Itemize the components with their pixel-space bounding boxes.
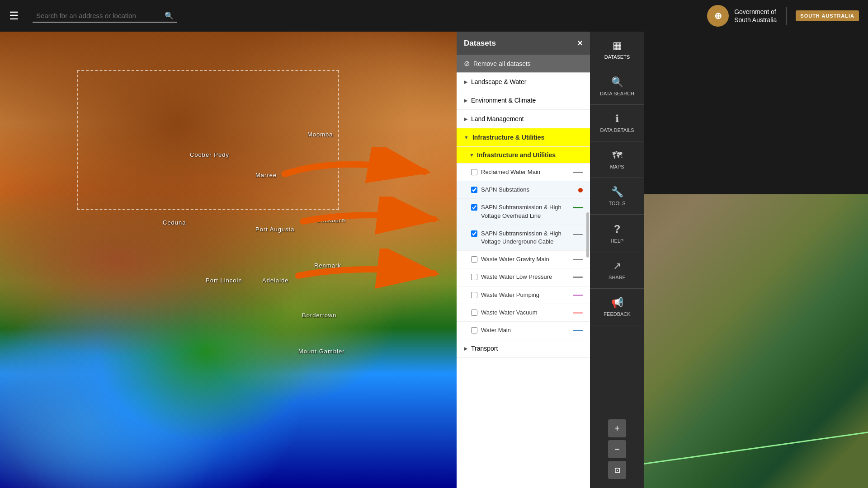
datasets-icon: ▦ (613, 40, 622, 52)
datasets-title: Datasets (464, 39, 496, 48)
dataset-line-indicator (573, 330, 583, 331)
chevron-right-icon: ▶ (464, 79, 467, 85)
remove-all-icon: ⊘ (464, 59, 470, 68)
waste-water-gravity-checkbox[interactable] (471, 256, 477, 263)
datasets-close-button[interactable]: × (577, 38, 583, 48)
dataset-line-indicator (573, 172, 583, 173)
dataset-line-indicator (573, 259, 583, 260)
city-label-port-augusta: Port Augusta (255, 226, 294, 233)
sidebar-item-label: TOOLS (609, 201, 625, 206)
city-label-ceduna: Ceduna (163, 219, 186, 226)
share-icon: ↗ (613, 260, 621, 272)
dataset-item-label: SAPN Subtransmission & High Voltage Unde… (481, 230, 569, 246)
search-input[interactable] (36, 12, 165, 19)
search-icon: 🔍 (165, 11, 174, 20)
dataset-line-indicator (573, 312, 583, 314)
dataset-item-sapn-underground[interactable]: SAPN Subtransmission & High Voltage Unde… (457, 225, 590, 251)
chevron-down-icon: ▼ (469, 152, 474, 158)
datasets-panel: Datasets × ⊘ Remove all datasets ▶ Lands… (457, 32, 590, 488)
dataset-item-waste-water-vacuum[interactable]: Waste Water Vacuum (457, 304, 590, 322)
dataset-item-sapn-overhead[interactable]: SAPN Subtransmission & High Voltage Over… (457, 199, 590, 225)
category-label: Landscape & Water (471, 78, 526, 85)
city-label-mount-gambier: Mount Gambier (298, 348, 345, 355)
reclaimed-water-main-checkbox[interactable] (471, 169, 477, 175)
city-label-coober-pedy: Coober Pedy (190, 151, 229, 158)
help-icon: ? (614, 223, 621, 235)
info-icon: ℹ (615, 113, 619, 125)
dataset-line-indicator (573, 234, 583, 235)
category-label: Transport (471, 345, 498, 352)
sidebar-item-label: MAPS (610, 164, 624, 169)
sidebar-item-label: HELP (611, 238, 624, 244)
zoom-controls: + − ⊡ (590, 410, 644, 488)
waste-water-low-pressure-checkbox[interactable] (471, 274, 477, 280)
gov-logo-container: ⊕ Government of South Australia SOUTH AU… (707, 5, 859, 27)
dataset-item-label: SAPN Substations (481, 186, 575, 194)
sidebar-item-label: DATASETS (604, 54, 630, 60)
category-transport[interactable]: ▶ Transport (457, 339, 590, 358)
water-main-checkbox[interactable] (471, 327, 477, 333)
dataset-item-sapn-substations[interactable]: SAPN Substations (457, 181, 590, 199)
sapn-underground-checkbox[interactable] (471, 230, 477, 237)
waste-water-vacuum-checkbox[interactable] (471, 310, 477, 316)
sidebar-item-label: DATA SEARCH (600, 91, 634, 96)
dataset-item-waste-water-pumping[interactable]: Waste Water Pumping (457, 286, 590, 304)
south-aus-logo: SOUTH AUSTRALIA (796, 10, 859, 21)
subcategory-infrastructure-utilities[interactable]: ▼ Infrastructure and Utilities (457, 147, 590, 164)
gov-emblem: ⊕ (707, 5, 729, 27)
dataset-item-label: Waste Water Low Pressure (481, 273, 569, 281)
category-land-management[interactable]: ▶ Land Management (457, 110, 590, 128)
sidebar-item-data-details[interactable]: ℹ DATA DETAILS (590, 105, 644, 141)
chevron-right-icon: ▶ (464, 98, 467, 103)
chevron-right-icon: ▶ (464, 116, 467, 122)
datasets-header: Datasets × (457, 32, 590, 55)
menu-icon[interactable]: ☰ (9, 9, 19, 22)
datasets-list: ▶ Landscape & Water ▶ Environment & Clim… (457, 73, 590, 488)
waste-water-pumping-checkbox[interactable] (471, 292, 477, 298)
category-infrastructure-utilities[interactable]: ▼ Infrastructure & Utilities (457, 128, 590, 147)
sidebar-item-tools[interactable]: 🔧 TOOLS (590, 178, 644, 215)
chevron-down-icon: ▼ (464, 135, 469, 140)
dataset-line-indicator (573, 277, 583, 278)
dataset-item-reclaimed-water-main[interactable]: Reclaimed Water Main (457, 164, 590, 181)
dataset-item-label: SAPN Subtransmission & High Voltage Over… (481, 203, 569, 220)
category-landscape-water[interactable]: ▶ Landscape & Water (457, 73, 590, 91)
city-label-bordertown: Bordertown (302, 312, 336, 319)
sidebar-item-label: FEEDBACK (604, 311, 630, 317)
scrollbar-thumb[interactable] (586, 212, 589, 258)
sidebar-item-label: SHARE (609, 275, 626, 280)
feedback-icon: 📢 (611, 297, 623, 309)
dataset-dot-indicator (578, 188, 583, 192)
dataset-item-waste-water-low-pressure[interactable]: Waste Water Low Pressure (457, 268, 590, 286)
remove-all-button[interactable]: ⊘ Remove all datasets (457, 55, 590, 73)
maps-icon: 🗺 (612, 150, 622, 161)
gov-name: Government of South Australia (734, 8, 777, 24)
city-label-marree: Marree (255, 172, 277, 178)
remove-all-label: Remove all datasets (473, 60, 531, 67)
zoom-in-button[interactable]: + (608, 419, 626, 437)
chevron-right-icon: ▶ (464, 346, 467, 352)
dataset-item-label: Water Main (481, 326, 569, 334)
sapn-overhead-checkbox[interactable] (471, 204, 477, 211)
sidebar-item-datasets[interactable]: ▦ DATASETS (590, 32, 644, 68)
dataset-line-indicator (573, 207, 583, 208)
sidebar-item-feedback[interactable]: 📢 FEEDBACK (590, 289, 644, 325)
sapn-substations-checkbox[interactable] (471, 187, 477, 193)
dataset-item-water-main[interactable]: Water Main (457, 322, 590, 339)
sidebar-item-share[interactable]: ↗ SHARE (590, 252, 644, 289)
sidebar-item-maps[interactable]: 🗺 MAPS (590, 141, 644, 178)
dataset-item-waste-water-gravity[interactable]: Waste Water Gravity Main (457, 251, 590, 268)
category-label: Infrastructure & Utilities (472, 134, 544, 141)
tools-icon: 🔧 (611, 186, 623, 198)
search-icon: 🔍 (611, 76, 623, 88)
sidebar-item-help[interactable]: ? HELP (590, 215, 644, 252)
sidebar-item-label: DATA DETAILS (600, 127, 634, 133)
map-selection-rect (77, 70, 339, 210)
sidebar-item-data-search[interactable]: 🔍 DATA SEARCH (590, 68, 644, 105)
arrow-annotation-3 (285, 249, 448, 298)
zoom-fit-button[interactable]: ⊡ (608, 461, 626, 479)
category-label: Environment & Climate (471, 97, 536, 104)
category-environment-climate[interactable]: ▶ Environment & Climate (457, 91, 590, 110)
dataset-item-label: Reclaimed Water Main (481, 168, 569, 176)
zoom-out-button[interactable]: − (608, 440, 626, 458)
